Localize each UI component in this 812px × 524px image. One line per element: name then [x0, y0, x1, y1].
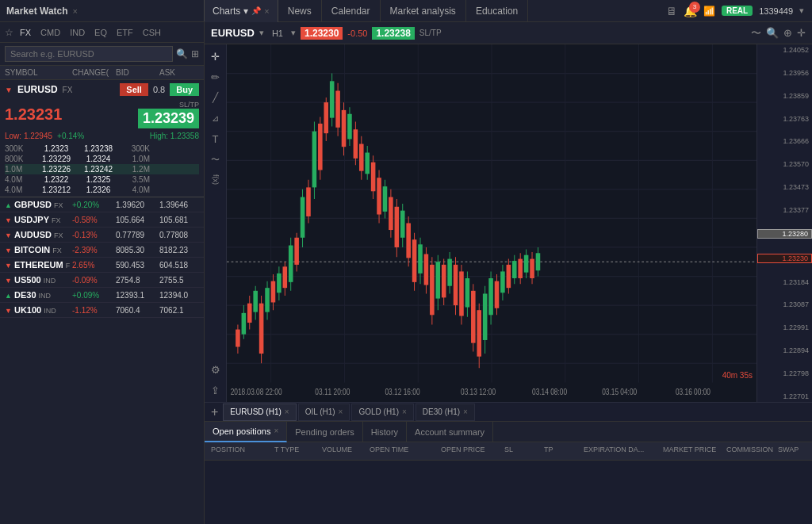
grid-view-icon[interactable]: ⊞: [191, 48, 199, 59]
text-tool-icon[interactable]: T: [207, 130, 224, 147]
col-sl: SL: [504, 446, 544, 457]
gbpusd-ask: 1.39646: [159, 201, 203, 209]
svg-rect-49: [318, 124, 323, 170]
chart-tab-oil[interactable]: OIL (H1) ×: [298, 404, 350, 421]
chart-sltp-label[interactable]: SL/TP: [419, 29, 442, 37]
vol-right-1: 300K: [120, 144, 150, 153]
chart-tab-gold[interactable]: GOLD (H1) ×: [351, 404, 413, 421]
svg-rect-35: [277, 273, 282, 293]
ethereum-change: 2.65%: [72, 261, 116, 270]
star-icon[interactable]: ☆: [5, 27, 13, 38]
fib-tool-icon[interactable]: ⊿: [207, 109, 224, 127]
tab-open-positions[interactable]: Open positions ×: [205, 422, 287, 442]
chart-wave-icon[interactable]: 〜: [751, 26, 761, 40]
etf-nav-btn[interactable]: ETF: [113, 27, 136, 38]
market-item-de30[interactable]: ▲ DE30 IND +0.09% 12393.1 12394.0: [0, 288, 204, 303]
market-item-uk100[interactable]: ▼ UK100 IND -1.12% 7060.4 7062.1: [0, 303, 204, 318]
market-watch-close-icon[interactable]: ×: [73, 6, 78, 16]
chart-tab-eurusd-close[interactable]: ×: [285, 407, 289, 416]
tab-history[interactable]: History: [363, 422, 407, 442]
bid-1: 1.2323: [36, 144, 77, 153]
svg-rect-73: [389, 197, 393, 230]
uk100-symbol-cell: ▼ UK100 IND: [5, 305, 72, 315]
price-level-3: 1.23859: [757, 92, 812, 100]
tab-open-positions-close-icon[interactable]: ×: [274, 426, 278, 435]
eq-nav-btn[interactable]: EQ: [91, 27, 110, 38]
svg-text:03.13 12:00: 03.13 12:00: [461, 387, 496, 396]
sell-button[interactable]: Sell: [120, 83, 148, 96]
svg-rect-93: [447, 259, 452, 286]
bottom-panel-tabs: Open positions × Pending orders History …: [205, 422, 812, 442]
settings-tool-icon[interactable]: ⚙: [207, 361, 224, 378]
us500-symbol: US500: [14, 275, 41, 285]
wave-tool-icon[interactable]: 〜: [207, 151, 224, 168]
svg-rect-111: [500, 271, 505, 293]
price-level-6: 1.23570: [757, 160, 812, 168]
chart-tab-de30[interactable]: DE30 (H1) ×: [416, 404, 475, 421]
bitcoin-ask: 8182.23: [159, 246, 203, 254]
ethereum-ask: 604.518: [159, 261, 203, 270]
eurusd-dropdown-icon[interactable]: ▼: [5, 86, 13, 94]
ind-nav-btn[interactable]: IND: [67, 27, 88, 38]
chart-zoom-out-icon[interactable]: 🔍: [766, 27, 779, 39]
market-analysis-tab[interactable]: Market analysis: [381, 0, 466, 22]
market-watch-panel: ☆ FX CMD IND EQ ETF CSH 🔍 ⊞ SYMBOL CHANG…: [0, 22, 205, 524]
chart-symbol-dropdown-icon[interactable]: ▾: [259, 28, 264, 38]
charts-tab[interactable]: Charts ▾ 📌 ×: [205, 0, 278, 22]
chart-zoom-in-icon[interactable]: ⊕: [783, 27, 792, 39]
tab-pending-orders[interactable]: Pending orders: [287, 422, 363, 442]
charts-label: Charts: [213, 6, 240, 17]
market-item-usdjpy[interactable]: ▼ USDJPY FX -0.58% 105.664 105.681: [0, 212, 204, 228]
chart-timeframe[interactable]: H1: [269, 28, 286, 39]
chart-tab-eurusd[interactable]: EURUSD (H1) ×: [223, 404, 296, 421]
bitcoin-symbol: BITCOIN: [14, 245, 50, 254]
tab-account-summary[interactable]: Account summary: [407, 422, 493, 442]
svg-rect-99: [465, 278, 470, 308]
market-item-audusd[interactable]: ▼ AUDUSD FX -0.13% 0.77789 0.77808: [0, 228, 204, 243]
notification-bell[interactable]: 🔔 3: [684, 5, 697, 17]
market-item-bitcoin[interactable]: ▼ BITCOIN FX -2.39% 8085.30 8182.23: [0, 243, 204, 258]
price-level-8: 1.23377: [757, 206, 812, 214]
calendar-tab[interactable]: Calendar: [322, 0, 381, 22]
search-input[interactable]: [5, 46, 173, 62]
chart-tab-gold-close[interactable]: ×: [402, 407, 407, 416]
chart-timer: 40m 35s: [722, 371, 753, 380]
market-item-us500[interactable]: ▼ US500 IND -0.09% 2754.8 2755.5: [0, 273, 204, 288]
csh-nav-btn[interactable]: CSH: [140, 27, 164, 38]
pen-tool-icon[interactable]: ✏: [207, 68, 224, 86]
news-tab[interactable]: News: [278, 0, 322, 22]
chart-tab-de30-close[interactable]: ×: [463, 407, 468, 416]
usdjpy-arrow-icon: ▼: [5, 216, 12, 224]
svg-rect-97: [459, 271, 464, 316]
svg-rect-81: [412, 239, 417, 282]
buy-button[interactable]: Buy: [170, 83, 199, 96]
order-row-5: 4.0M 1.23212 1.2326 4.0M: [5, 185, 199, 195]
col-market-price: MARKET PRICE: [663, 446, 726, 457]
col-ask: ASK: [159, 68, 203, 77]
price-level-5: 1.23666: [757, 137, 812, 145]
fx-nav-btn[interactable]: FX: [17, 27, 34, 38]
market-item-gbpusd[interactable]: ▲ GBPUSD FX +0.20% 1.39620 1.39646: [0, 197, 204, 212]
account-dropdown-icon[interactable]: ▾: [799, 6, 804, 16]
ask-4: 1.2325: [78, 175, 119, 184]
charts-close-icon[interactable]: ×: [264, 6, 269, 16]
cmd-nav-btn[interactable]: CMD: [37, 27, 63, 38]
chart-crosshair-icon[interactable]: ✛: [797, 27, 806, 39]
eurusd-symbol[interactable]: EURUSD: [17, 84, 58, 95]
cursor-tool-icon[interactable]: ✛: [207, 48, 224, 65]
share-tool-icon[interactable]: ⇪: [207, 381, 224, 399]
uk100-symbol: UK100: [14, 305, 41, 315]
line-tool-icon[interactable]: ╱: [207, 89, 224, 106]
usdjpy-symbol-cell: ▼ USDJPY FX: [5, 215, 72, 224]
order-row-3: 1.0M 1.23226 1.23242 1.2M: [5, 164, 199, 174]
change-pct-value: +0.14%: [57, 132, 84, 140]
education-tab[interactable]: Education: [466, 0, 528, 22]
chart-tab-oil-close[interactable]: ×: [339, 407, 343, 416]
ask-1: 1.23238: [78, 144, 119, 153]
market-item-ethereum[interactable]: ▼ ETHEREUM F 2.65% 590.453 604.518: [0, 258, 204, 273]
add-chart-btn[interactable]: +: [208, 405, 221, 419]
audusd-symbol-cell: ▼ AUDUSD FX: [5, 230, 72, 239]
usdjpy-type: FX: [52, 216, 61, 224]
chart-timeframe-dropdown-icon[interactable]: ▾: [291, 28, 296, 38]
buy-price-value: 1.23239: [143, 110, 194, 127]
